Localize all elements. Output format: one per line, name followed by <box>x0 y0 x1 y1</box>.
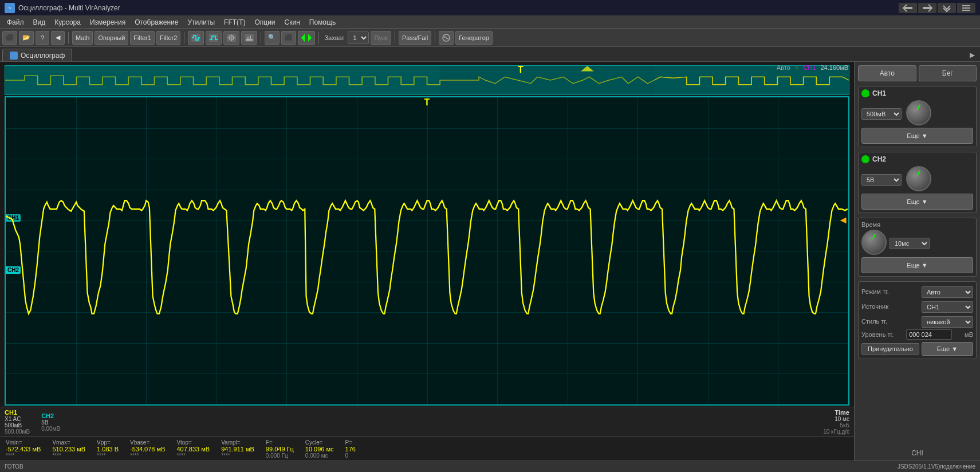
trigger-source-select[interactable]: CH1 <box>922 301 973 313</box>
sep2 <box>184 32 184 44</box>
tab-icon <box>10 52 18 60</box>
mini-waveform[interactable]: T <box>5 65 849 95</box>
gen-icon-btn[interactable] <box>439 31 454 45</box>
tabbar: Осциллограф ▶ <box>0 47 980 62</box>
svg-rect-14 <box>250 36 251 39</box>
tb-zoom-btn[interactable]: 🔍 <box>265 31 280 45</box>
stat-vtop: Vtop= 407.833 мВ **** <box>176 439 210 459</box>
stat-vtop-label: Vtop= <box>176 439 210 446</box>
ch2-volt-select[interactable]: 5В <box>861 174 902 186</box>
trigger-source-label: Источник <box>861 303 888 310</box>
svg-rect-4 <box>962 10 970 11</box>
time-knob[interactable] <box>861 230 887 255</box>
trigger-style-row: Стиль тг. никакой <box>861 314 973 328</box>
tb-wave1-btn[interactable] <box>188 31 204 45</box>
osc-status: Авто ○ CH1 24.160мВ <box>777 64 848 71</box>
trigger-more-btn[interactable]: Еще ▼ <box>922 342 973 356</box>
ch2-knob[interactable] <box>906 166 931 191</box>
trigger-style-select[interactable]: никакой <box>922 316 973 328</box>
win-icon-4[interactable] <box>957 3 975 13</box>
tb-filter2-btn[interactable]: Filter2 <box>156 31 181 45</box>
status-left: ГОТОВ <box>5 463 23 470</box>
win-icon-3[interactable] <box>938 3 956 13</box>
tb-cursor-btn[interactable] <box>223 31 239 45</box>
svg-rect-21 <box>440 66 654 95</box>
capture-select[interactable]: 1 <box>348 32 369 44</box>
tb-back-btn[interactable]: ◀ <box>51 31 65 45</box>
menu-display[interactable]: Отображение <box>130 17 183 27</box>
trigger-mode-label: Режим тг. <box>861 288 889 295</box>
stat-vbase-val1: -534.078 мВ <box>130 446 165 453</box>
tb-ref-btn[interactable]: Опорный <box>95 31 128 45</box>
ch1-section: CH1 500мВ Еще ▼ <box>858 86 977 147</box>
stat-vmax-label: Vmax= <box>52 439 85 446</box>
tb-trigger-btn[interactable] <box>298 31 315 45</box>
stat-vpp: Vpp= 1.083 В **** <box>97 439 119 459</box>
menu-view[interactable]: Вид <box>29 17 50 27</box>
trigger-section: Режим тг. Авто Источник CH1 Стиль тг. <box>858 281 977 359</box>
svg-rect-2 <box>962 7 970 9</box>
generator-btn[interactable]: Генератор <box>455 31 493 45</box>
stat-vmax: Vmax= 510.233 мВ **** <box>52 439 85 459</box>
win-icon-1[interactable] <box>899 3 917 13</box>
bottom-info: CH1 X1 AC 500мВ 500.00мВ CH2 5В 0.00мВ T… <box>0 407 854 436</box>
menu-measure[interactable]: Измерения <box>85 17 130 27</box>
tb-stop-btn[interactable]: ⬛ <box>281 31 296 45</box>
tb-new-btn[interactable]: ⬛ <box>2 31 17 45</box>
auto-button[interactable]: Авто <box>858 65 916 81</box>
ch1-info-volt: 500мВ <box>5 422 30 428</box>
trigger-level-input[interactable] <box>906 329 952 340</box>
app: ~ Осциллограф - Multi VirAnalyzer Файл В… <box>0 0 980 472</box>
time-more-btn[interactable]: Еще ▼ <box>861 257 973 273</box>
titlebar: ~ Осциллограф - Multi VirAnalyzer <box>0 0 980 16</box>
sep5 <box>395 32 395 44</box>
stat-vbase-label: Vbase= <box>130 439 165 446</box>
svg-rect-3 <box>962 5 970 6</box>
ch1-volt-select[interactable]: 500мВ <box>861 108 902 120</box>
win-icon-2[interactable] <box>918 3 936 13</box>
tb-filter1-btn[interactable]: Filter1 <box>130 31 155 45</box>
tb-wave2-btn[interactable] <box>206 31 222 45</box>
osc-display-area: Авто ○ CH1 24.160мВ <box>0 62 854 461</box>
tab-oscilloscope[interactable]: Осциллограф <box>2 49 72 61</box>
time-info-group: Time 10 мс 5кБ 10 кГц.д/с <box>823 408 849 435</box>
status-right: JSDS205/1.1V5)подключение <box>898 463 975 470</box>
menu-fft[interactable]: FFT(T) <box>219 17 250 27</box>
stat-vampl: Vampl= 941.911 мВ **** <box>221 439 254 459</box>
app-icon: ~ <box>5 3 15 13</box>
tb-open-btn[interactable]: 📂 <box>19 31 34 45</box>
menu-file[interactable]: Файл <box>2 17 29 27</box>
stat-vampl-val1: 941.911 мВ <box>221 446 254 453</box>
chi-label: CHI <box>858 445 977 457</box>
menu-help[interactable]: Помощь <box>305 17 340 27</box>
trigger-style-label: Стиль тг. <box>861 318 887 325</box>
trigger-mode-select[interactable]: Авто <box>922 286 973 298</box>
main-waveform[interactable]: CH1 CH2 ◄ T <box>5 96 849 406</box>
svg-marker-15 <box>301 34 305 42</box>
trigger-level-label: Уровень тг. <box>861 331 894 338</box>
ch1-header: CH1 <box>861 89 973 97</box>
menu-skin[interactable]: Скин <box>280 17 305 27</box>
tab-label: Осциллограф <box>21 52 65 60</box>
menu-utils[interactable]: Утилиты <box>183 17 219 27</box>
svg-marker-16 <box>308 34 312 42</box>
status-measurement: 24.160мВ <box>820 64 848 71</box>
right-panel: Авто Бег CH1 500мВ Еще ▼ <box>854 62 980 461</box>
passfail-btn[interactable]: Pass/Fail <box>399 31 431 45</box>
tb-measure-btn[interactable] <box>241 31 257 45</box>
content-area: Авто ○ CH1 24.160мВ <box>0 62 980 472</box>
tb-math-btn[interactable]: Math <box>72 31 93 45</box>
ch2-info-volt2: 0.00мВ <box>41 426 60 432</box>
menu-cursors[interactable]: Курсора <box>50 17 85 27</box>
ch1-more-btn[interactable]: Еще ▼ <box>861 128 973 144</box>
ch1-knob[interactable] <box>906 100 931 125</box>
tb-help-btn[interactable]: ? <box>36 31 49 45</box>
run-btn[interactable]: Пуск <box>371 31 391 45</box>
force-trigger-btn[interactable]: Принудительно <box>861 343 919 355</box>
run-stop-button[interactable]: Бег <box>919 65 977 81</box>
tab-arrow[interactable]: ▶ <box>966 49 978 61</box>
ch2-more-btn[interactable]: Еще ▼ <box>861 194 973 210</box>
ch2-info-title: CH2 <box>41 412 60 419</box>
menu-options[interactable]: Опции <box>250 17 280 27</box>
time-select[interactable]: 10мс <box>890 238 930 249</box>
